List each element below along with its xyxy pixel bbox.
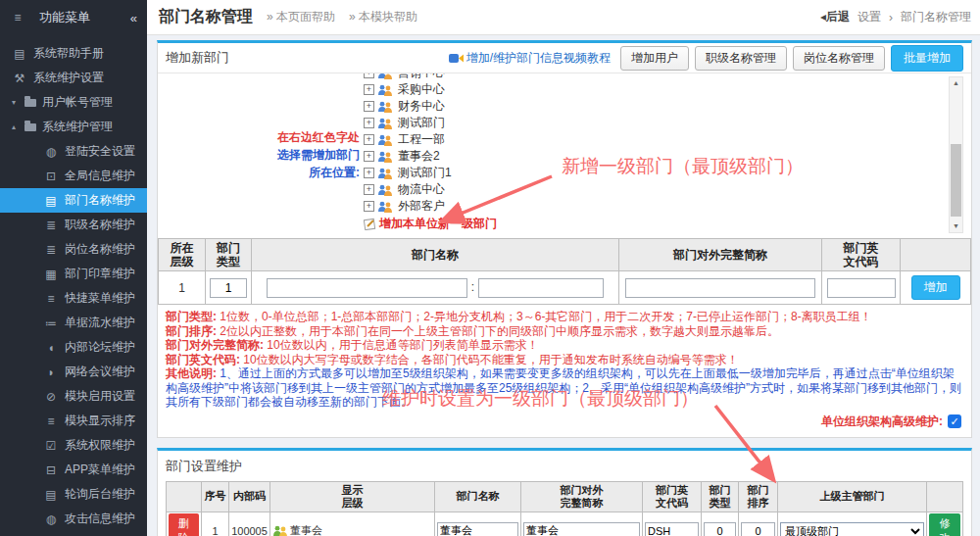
tree-hint-label: 在右边红色字处 选择需增加部门 所在位置: bbox=[262, 128, 360, 181]
video-tutorial-link[interactable]: 增加/维护部门信息视频教程 bbox=[449, 50, 611, 67]
sidebar-item-global-info[interactable]: ⊡ 全局信息维护 bbox=[0, 164, 147, 188]
scroll-up-icon[interactable]: ▲ bbox=[950, 77, 962, 89]
dept-type-input[interactable] bbox=[210, 278, 247, 298]
tree-expander-icon[interactable]: + bbox=[364, 134, 374, 145]
power-icon: ⊘ bbox=[43, 390, 59, 404]
tree-node-label[interactable]: 测试部门1 bbox=[398, 165, 452, 181]
batch-add-button[interactable]: 批量增加 bbox=[891, 45, 963, 72]
people-icon bbox=[377, 168, 393, 179]
sidebar-item-maintenance-group[interactable]: ▴ 系统维护管理 bbox=[0, 115, 147, 139]
sidebar-item-forum[interactable]: ◖ 内部论坛维护 bbox=[0, 335, 147, 360]
add-button[interactable]: 增加 bbox=[911, 275, 960, 300]
annotation-set-top-dept: 维护时设置为一级部门（最顶级部门） bbox=[382, 386, 699, 412]
tree-node-label[interactable]: 测试部门 bbox=[398, 115, 445, 131]
tree-node-label[interactable]: 董事会2 bbox=[398, 148, 440, 165]
row-tree-label: 董事会 bbox=[290, 524, 322, 536]
advanced-maintain-label: 单位组织架构高级维护: bbox=[821, 414, 943, 430]
tree-expander-icon[interactable]: + bbox=[364, 101, 374, 112]
tree-node: + 营销中心 bbox=[364, 73, 497, 81]
tree-node: + 董事会2 bbox=[364, 148, 497, 165]
position-name-manage-button[interactable]: 岗位名称管理 bbox=[793, 46, 885, 71]
sidebar-item-label: 职级名称维护 bbox=[65, 217, 135, 233]
dept-type-input[interactable] bbox=[704, 522, 736, 536]
dept-shortname-input[interactable] bbox=[625, 278, 815, 298]
sidebar-item-polling[interactable]: ▤ 轮询后台维护 bbox=[0, 482, 147, 507]
book-icon: ▤ bbox=[12, 47, 27, 61]
scroll-down-icon[interactable]: ▼ bbox=[950, 220, 962, 232]
dept-name-input[interactable] bbox=[437, 522, 518, 536]
sidebar-item-cloud-print[interactable]: ⊞ 云打印机维护 bbox=[0, 531, 147, 536]
module-help-link[interactable]: » 本模块帮助 bbox=[349, 9, 417, 25]
sidebar-item-attack-info[interactable]: ◍ 攻击信息维护 bbox=[0, 507, 147, 531]
tree-node-label[interactable]: 工程一部 bbox=[398, 131, 445, 148]
sidebar-item-rank-name[interactable]: ≣ 职级名称维护 bbox=[0, 213, 147, 237]
delete-button[interactable]: 删除 bbox=[169, 513, 199, 536]
dept-shortname-input[interactable] bbox=[523, 522, 640, 536]
dept-encode-input[interactable] bbox=[827, 278, 896, 298]
sidebar-item-quick-menu[interactable]: ≡ 快捷菜单维护 bbox=[0, 286, 147, 311]
tree-expander-icon[interactable]: + bbox=[364, 201, 374, 212]
sidebar-item-meeting[interactable]: ◗ 网络会议维护 bbox=[0, 360, 147, 384]
list-icon: ≣ bbox=[43, 219, 59, 232]
rank-name-manage-button[interactable]: 职级名称管理 bbox=[695, 46, 787, 71]
tree-expander-icon[interactable]: + bbox=[364, 184, 374, 195]
sidebar-item-maintenance-settings[interactable]: ⚒ 系统维护设置 bbox=[0, 66, 147, 90]
sidebar: ≡ 功能菜单 « ▤ 系统帮助手册 ⚒ 系统维护设置 ▾ 用户帐号管理 ▴ 系统… bbox=[0, 0, 147, 536]
back-link[interactable]: ◂后退 bbox=[820, 9, 850, 25]
dept-name-input[interactable] bbox=[267, 278, 467, 298]
add-top-level-dept-link[interactable]: 增加本单位新一级部门 bbox=[379, 216, 497, 232]
tree-node-label[interactable]: 采购中心 bbox=[398, 81, 445, 98]
sidebar-item-label: 用户帐号管理 bbox=[42, 94, 113, 111]
laptop-icon: ⊟ bbox=[43, 463, 59, 477]
dept-encode-input[interactable] bbox=[645, 522, 699, 536]
tree-node-label[interactable]: 财务中心 bbox=[398, 98, 445, 115]
sidebar-item-login-security[interactable]: ◍ 登陆安全设置 bbox=[0, 139, 147, 164]
add-panel-toolbar: 增加新部门 增加/维护部门信息视频教程 增加用户 职级名称管理 岗位名称管理 批… bbox=[158, 43, 971, 73]
page-header: 部门名称管理 » 本页面帮助 » 本模块帮助 ◂后退 设置 › 部门名称管理 bbox=[147, 0, 980, 35]
tree-expander-icon[interactable]: + bbox=[364, 73, 374, 78]
dept-sort-input[interactable] bbox=[741, 522, 775, 536]
col-header-code: 内部码 bbox=[229, 481, 270, 512]
sidebar-item-position-name[interactable]: ≣ 岗位名称维护 bbox=[0, 237, 147, 262]
sidebar-item-permission[interactable]: ☑ 系统权限维护 bbox=[0, 433, 147, 458]
advanced-maintain-checkbox[interactable]: ✓ bbox=[948, 414, 961, 428]
add-user-button[interactable]: 增加用户 bbox=[620, 46, 689, 71]
tree-scrollbar[interactable]: ▲ ▼ bbox=[949, 76, 963, 233]
page-help-link[interactable]: » 本页面帮助 bbox=[267, 9, 335, 25]
col-header-name: 部门名称 bbox=[252, 239, 619, 271]
breadcrumb-section[interactable]: 设置 bbox=[858, 9, 881, 25]
form-level-value: 1 bbox=[159, 271, 206, 305]
sidebar-title: 功能菜单 bbox=[39, 9, 130, 26]
tree-node-label[interactable]: 物流中心 bbox=[398, 181, 445, 198]
sidebar-item-dept-name-active[interactable]: ▤ 部门名称维护 bbox=[0, 188, 147, 213]
globe-icon: ◍ bbox=[43, 512, 59, 526]
tree-expander-icon[interactable]: + bbox=[364, 118, 374, 128]
scrollbar-thumb[interactable] bbox=[951, 144, 961, 217]
tree-expander-icon[interactable]: + bbox=[364, 168, 374, 178]
tree-node: + 物流中心 bbox=[364, 181, 497, 198]
sidebar-collapse-icon[interactable]: « bbox=[130, 11, 137, 25]
sidebar-item-app-menu[interactable]: ⊟ APP菜单维护 bbox=[0, 458, 147, 482]
sidebar-item-module-enable[interactable]: ⊘ 模块启用设置 bbox=[0, 384, 147, 409]
sidebar-item-doc-serial[interactable]: ≔ 单据流水维护 bbox=[0, 311, 147, 335]
sidebar-item-dept-seal[interactable]: ▦ 部门印章维护 bbox=[0, 262, 147, 286]
col-header-tree: 显示 层级 bbox=[270, 481, 435, 512]
department-tree-area: 在右边红色字处 选择需增加部门 所在位置: + 营销中心 + bbox=[158, 73, 971, 238]
parent-dept-select[interactable]: 最顶级部门 bbox=[780, 522, 924, 536]
book-icon: ▤ bbox=[43, 194, 59, 208]
add-department-panel: 增加新部门 增加/维护部门信息视频教程 增加用户 职级名称管理 岗位名称管理 批… bbox=[157, 40, 972, 438]
sidebar-item-label: 单据流水维护 bbox=[65, 315, 135, 331]
col-header-type: 部门 类型 bbox=[206, 239, 252, 271]
chat-icon: ◗ bbox=[43, 365, 59, 379]
sidebar-item-user-account-group[interactable]: ▾ 用户帐号管理 bbox=[0, 90, 147, 115]
dept-name-extra-input[interactable] bbox=[478, 278, 604, 298]
tree-node-label[interactable]: 营销中心 bbox=[398, 73, 445, 81]
sidebar-item-help-manual[interactable]: ▤ 系统帮助手册 bbox=[0, 41, 147, 66]
tree-node-label[interactable]: 外部客户 bbox=[398, 198, 445, 215]
tree-expander-icon[interactable]: + bbox=[364, 151, 374, 162]
chevron-down-icon: ▾ bbox=[12, 98, 22, 107]
modify-button[interactable]: 修改 bbox=[929, 513, 960, 536]
tree-expander-icon[interactable]: + bbox=[364, 84, 374, 95]
sidebar-item-module-sort[interactable]: ≡ 模块显示排序 bbox=[0, 409, 147, 433]
tree-node: + 测试部门1 bbox=[364, 165, 497, 181]
